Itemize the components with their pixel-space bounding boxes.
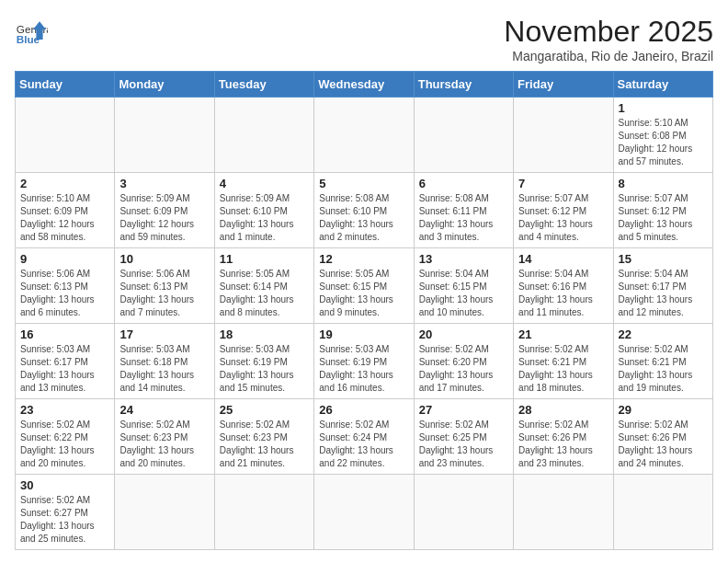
day-number: 22 [619, 327, 708, 341]
day-number: 27 [419, 403, 508, 417]
day-info: Sunrise: 5:02 AM Sunset: 6:21 PM Dayligh… [619, 343, 708, 395]
calendar-week-row: 2Sunrise: 5:10 AM Sunset: 6:09 PM Daylig… [16, 173, 713, 248]
day-number: 13 [419, 252, 508, 266]
day-info: Sunrise: 5:09 AM Sunset: 6:10 PM Dayligh… [220, 192, 309, 244]
calendar-cell: 6Sunrise: 5:08 AM Sunset: 6:11 PM Daylig… [414, 173, 513, 248]
page-header: General Blue November 2025 Mangaratiba, … [15, 15, 713, 63]
day-info: Sunrise: 5:02 AM Sunset: 6:26 PM Dayligh… [518, 419, 608, 470]
day-number: 25 [220, 403, 309, 417]
day-number: 14 [518, 252, 608, 266]
day-info: Sunrise: 5:05 AM Sunset: 6:15 PM Dayligh… [319, 268, 408, 319]
calendar-cell: 3Sunrise: 5:09 AM Sunset: 6:09 PM Daylig… [115, 173, 214, 248]
calendar-cell: 17Sunrise: 5:03 AM Sunset: 6:18 PM Dayli… [115, 324, 214, 399]
day-number: 10 [119, 252, 209, 266]
column-header-thursday: Thursday [414, 72, 513, 98]
day-info: Sunrise: 5:05 AM Sunset: 6:14 PM Dayligh… [220, 268, 309, 319]
day-number: 19 [319, 327, 408, 341]
month-title: November 2025 [504, 15, 713, 49]
day-number: 8 [619, 177, 708, 190]
calendar-week-row: 1Sunrise: 5:10 AM Sunset: 6:08 PM Daylig… [16, 98, 713, 173]
calendar-cell: 20Sunrise: 5:02 AM Sunset: 6:20 PM Dayli… [414, 324, 513, 399]
day-info: Sunrise: 5:10 AM Sunset: 6:08 PM Dayligh… [619, 117, 708, 168]
day-info: Sunrise: 5:02 AM Sunset: 6:23 PM Dayligh… [119, 419, 209, 470]
calendar-cell: 23Sunrise: 5:02 AM Sunset: 6:22 PM Dayli… [16, 399, 115, 475]
day-info: Sunrise: 5:08 AM Sunset: 6:10 PM Dayligh… [319, 192, 408, 244]
day-info: Sunrise: 5:06 AM Sunset: 6:13 PM Dayligh… [119, 268, 209, 319]
calendar-cell [414, 98, 513, 173]
day-info: Sunrise: 5:04 AM Sunset: 6:17 PM Dayligh… [619, 268, 708, 319]
calendar-cell [314, 475, 414, 550]
calendar-cell: 11Sunrise: 5:05 AM Sunset: 6:14 PM Dayli… [214, 248, 313, 324]
day-info: Sunrise: 5:02 AM Sunset: 6:24 PM Dayligh… [319, 419, 408, 470]
logo: General Blue [15, 15, 48, 48]
column-header-sunday: Sunday [16, 72, 115, 98]
day-number: 26 [319, 403, 408, 417]
calendar-cell: 16Sunrise: 5:03 AM Sunset: 6:17 PM Dayli… [16, 324, 115, 399]
calendar-cell: 9Sunrise: 5:06 AM Sunset: 6:13 PM Daylig… [16, 248, 115, 324]
day-info: Sunrise: 5:02 AM Sunset: 6:22 PM Dayligh… [20, 419, 109, 470]
calendar-cell: 27Sunrise: 5:02 AM Sunset: 6:25 PM Dayli… [414, 399, 513, 475]
calendar-cell: 19Sunrise: 5:03 AM Sunset: 6:19 PM Dayli… [314, 324, 414, 399]
calendar-cell [115, 98, 214, 173]
day-number: 15 [619, 252, 708, 266]
day-info: Sunrise: 5:02 AM Sunset: 6:26 PM Dayligh… [619, 419, 708, 470]
calendar-cell [314, 98, 414, 173]
day-info: Sunrise: 5:03 AM Sunset: 6:17 PM Dayligh… [20, 343, 109, 395]
day-info: Sunrise: 5:04 AM Sunset: 6:15 PM Dayligh… [419, 268, 508, 319]
day-number: 18 [220, 327, 309, 341]
day-info: Sunrise: 5:02 AM Sunset: 6:21 PM Dayligh… [518, 343, 608, 395]
calendar-cell: 26Sunrise: 5:02 AM Sunset: 6:24 PM Dayli… [314, 399, 414, 475]
calendar-cell [115, 475, 214, 550]
day-number: 21 [518, 327, 608, 341]
day-number: 4 [220, 177, 309, 190]
calendar-header-row: SundayMondayTuesdayWednesdayThursdayFrid… [16, 72, 713, 98]
day-number: 29 [619, 403, 708, 417]
calendar-cell: 5Sunrise: 5:08 AM Sunset: 6:10 PM Daylig… [314, 173, 414, 248]
calendar-cell: 13Sunrise: 5:04 AM Sunset: 6:15 PM Dayli… [414, 248, 513, 324]
day-info: Sunrise: 5:02 AM Sunset: 6:20 PM Dayligh… [419, 343, 508, 395]
day-info: Sunrise: 5:06 AM Sunset: 6:13 PM Dayligh… [20, 268, 109, 319]
calendar-cell: 12Sunrise: 5:05 AM Sunset: 6:15 PM Dayli… [314, 248, 414, 324]
day-number: 3 [119, 177, 209, 190]
column-header-wednesday: Wednesday [314, 72, 414, 98]
day-number: 30 [20, 478, 109, 492]
calendar-cell [214, 475, 313, 550]
calendar-cell: 10Sunrise: 5:06 AM Sunset: 6:13 PM Dayli… [115, 248, 214, 324]
calendar-cell: 2Sunrise: 5:10 AM Sunset: 6:09 PM Daylig… [16, 173, 115, 248]
day-info: Sunrise: 5:02 AM Sunset: 6:27 PM Dayligh… [20, 494, 109, 546]
day-number: 6 [419, 177, 508, 190]
day-number: 17 [119, 327, 209, 341]
day-number: 24 [119, 403, 209, 417]
calendar-cell: 1Sunrise: 5:10 AM Sunset: 6:08 PM Daylig… [613, 98, 712, 173]
day-info: Sunrise: 5:10 AM Sunset: 6:09 PM Dayligh… [20, 192, 109, 244]
day-number: 28 [518, 403, 608, 417]
calendar-cell [414, 475, 513, 550]
day-info: Sunrise: 5:03 AM Sunset: 6:18 PM Dayligh… [119, 343, 209, 395]
day-info: Sunrise: 5:02 AM Sunset: 6:23 PM Dayligh… [220, 419, 309, 470]
day-info: Sunrise: 5:09 AM Sunset: 6:09 PM Dayligh… [119, 192, 209, 244]
calendar-week-row: 9Sunrise: 5:06 AM Sunset: 6:13 PM Daylig… [16, 248, 713, 324]
day-info: Sunrise: 5:04 AM Sunset: 6:16 PM Dayligh… [518, 268, 608, 319]
day-number: 7 [518, 177, 608, 190]
calendar-week-row: 30Sunrise: 5:02 AM Sunset: 6:27 PM Dayli… [16, 475, 713, 550]
logo-icon: General Blue [15, 15, 48, 48]
day-info: Sunrise: 5:03 AM Sunset: 6:19 PM Dayligh… [319, 343, 408, 395]
day-number: 23 [20, 403, 109, 417]
day-info: Sunrise: 5:02 AM Sunset: 6:25 PM Dayligh… [419, 419, 508, 470]
calendar-cell: 4Sunrise: 5:09 AM Sunset: 6:10 PM Daylig… [214, 173, 313, 248]
calendar-cell [214, 98, 313, 173]
day-info: Sunrise: 5:03 AM Sunset: 6:19 PM Dayligh… [220, 343, 309, 395]
calendar-cell [16, 98, 115, 173]
calendar-cell: 29Sunrise: 5:02 AM Sunset: 6:26 PM Dayli… [613, 399, 712, 475]
day-number: 9 [20, 252, 109, 266]
calendar-cell: 28Sunrise: 5:02 AM Sunset: 6:26 PM Dayli… [514, 399, 613, 475]
column-header-friday: Friday [514, 72, 613, 98]
day-number: 11 [220, 252, 309, 266]
calendar-week-row: 16Sunrise: 5:03 AM Sunset: 6:17 PM Dayli… [16, 324, 713, 399]
column-header-monday: Monday [115, 72, 214, 98]
day-info: Sunrise: 5:07 AM Sunset: 6:12 PM Dayligh… [518, 192, 608, 244]
title-area: November 2025 Mangaratiba, Rio de Janeir… [504, 15, 713, 63]
calendar-cell [613, 475, 712, 550]
calendar-cell: 24Sunrise: 5:02 AM Sunset: 6:23 PM Dayli… [115, 399, 214, 475]
day-number: 12 [319, 252, 408, 266]
